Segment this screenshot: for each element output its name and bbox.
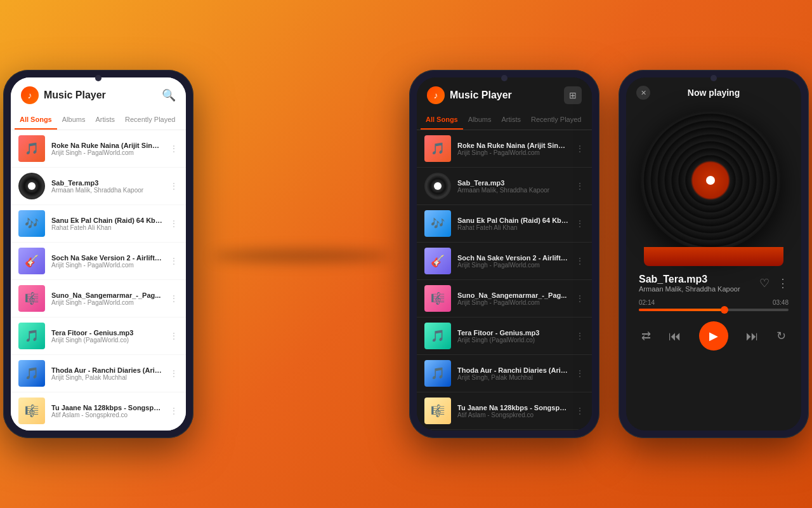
tab-artists-2[interactable]: Artists — [496, 110, 526, 130]
close-button[interactable]: ✕ — [636, 86, 650, 100]
dark-song-1[interactable]: 🎵 Roke Na Ruke Naina (Arijit Singh) ... … — [417, 130, 592, 168]
now-playing-info: Sab_Tera.mp3 Armaan Malik, Shraddha Kapo… — [626, 266, 801, 297]
tab-recently-played-1[interactable]: Recently Played — [120, 110, 181, 130]
dark-more-4[interactable]: ⋮ — [575, 256, 584, 266]
song-thumb-6: 🎵 — [18, 323, 45, 349]
dark-song-3[interactable]: 🎶 Sanu Ek Pal Chain (Raid) 64 Kbps... Ra… — [417, 205, 592, 243]
song-thumb-5: 🎼 — [18, 285, 45, 312]
dark-song-4[interactable]: 🎸 Soch Na Sake Version 2 - Airlift (A...… — [417, 243, 592, 280]
dark-thumb-2 — [424, 173, 451, 199]
phone1-header: ♪ Music Player 🔍 — [11, 77, 186, 110]
total-time: 03:48 — [773, 299, 789, 306]
dark-song-7[interactable]: 🎵 Thoda Aur - Ranchi Diaries (Arijit ...… — [417, 355, 592, 392]
song-info-6: Tera Fitoor - Genius.mp3 Arijit Singh (P… — [51, 329, 163, 344]
progress-bar[interactable] — [639, 309, 789, 311]
search-icon[interactable]: 🔍 — [162, 88, 176, 102]
like-icon[interactable]: ♡ — [759, 276, 769, 290]
song-item-8[interactable]: 🎼 Tu Jaane Na 128kbps - Songspkr... Atif… — [11, 392, 186, 430]
song-artist-2: Armaan Malik, Shraddha Kapoor — [51, 187, 163, 194]
song-item-6[interactable]: 🎵 Tera Fitoor - Genius.mp3 Arijit Singh … — [11, 318, 186, 355]
more-icon-1[interactable]: ⋮ — [169, 144, 178, 154]
tab-all-songs-2[interactable]: All Songs — [421, 110, 463, 130]
phone1-tabs: All Songs Albums Artists Recently Played — [11, 110, 186, 130]
dark-title-4: Soch Na Sake Version 2 - Airlift (A... — [457, 254, 569, 262]
more-icon-4[interactable]: ⋮ — [169, 256, 178, 266]
song-title-1: Roke Na Ruke Naina (Arijit Singh) ... — [51, 142, 163, 149]
song-title-7: Thoda Aur - Ranchi Diaries (Arijit ... — [51, 366, 163, 374]
dark-thumb-4: 🎸 — [424, 248, 451, 274]
dark-info-5: Suno_Na_Sangemarmar_-_Pag... Arijit Sing… — [457, 291, 569, 306]
song-item-7[interactable]: 🎵 Thoda Aur - Ranchi Diaries (Arijit ...… — [11, 355, 186, 392]
dark-more-8[interactable]: ⋮ — [575, 406, 584, 416]
more-icon-2[interactable]: ⋮ — [169, 181, 178, 191]
dark-thumb-7: 🎵 — [424, 360, 451, 387]
phone1-screen: ♪ Music Player 🔍 All Songs Albums Artist… — [11, 77, 186, 431]
tab-albums-2[interactable]: Albums — [463, 110, 497, 130]
tab-artists-1[interactable]: Artists — [90, 110, 120, 130]
dark-more-7[interactable]: ⋮ — [575, 368, 584, 378]
app-icon-2: ♪ — [427, 86, 445, 104]
dark-thumb-5: 🎼 — [424, 285, 451, 312]
tab-albums-1[interactable]: Albums — [57, 110, 91, 130]
shuffle-button[interactable]: ⇄ — [641, 329, 651, 343]
more-icon-5[interactable]: ⋮ — [169, 293, 178, 304]
dark-more-3[interactable]: ⋮ — [575, 218, 584, 229]
song-item-2[interactable]: Sab_Tera.mp3 Armaan Malik, Shraddha Kapo… — [11, 168, 186, 205]
dark-title-2: Sab_Tera.mp3 — [457, 179, 569, 187]
vinyl-record — [641, 110, 780, 250]
dark-info-1: Roke Na Ruke Naina (Arijit Singh) ... Ar… — [457, 142, 569, 156]
dark-artist-6: Arijit Singh (PagalWorld.co) — [457, 337, 569, 344]
phone2-header: ♪ Music Player ⊞ — [417, 77, 592, 110]
play-button[interactable]: ▶ — [699, 321, 728, 351]
phone-3: ✕ Now playing Sab_Tera.mp3 Armaan Malik,… — [619, 70, 809, 438]
dark-more-5[interactable]: ⋮ — [575, 293, 584, 304]
dark-song-6[interactable]: 🎵 Tera Fitoor - Genius.mp3 Arijit Singh … — [417, 318, 592, 355]
dark-more-1[interactable]: ⋮ — [575, 144, 584, 154]
more-icon-6[interactable]: ⋮ — [169, 331, 178, 341]
dark-song-9[interactable]: Uddharali_Koti_Kule_Bhima_Tuj... unknown… — [417, 430, 592, 431]
song-artist-3: Rahat Fateh Ali Khan — [51, 224, 163, 231]
song-title-2: Sab_Tera.mp3 — [51, 179, 163, 187]
more-icon-3[interactable]: ⋮ — [169, 218, 178, 229]
more-icon-7[interactable]: ⋮ — [169, 368, 178, 378]
np-song-title: Sab_Tera.mp3 — [639, 274, 740, 285]
dark-thumb-8: 🎼 — [424, 398, 451, 424]
dark-info-6: Tera Fitoor - Genius.mp3 Arijit Singh (P… — [457, 329, 569, 344]
dark-artist-5: Arijit Singh - PagalWorld.com — [457, 299, 569, 306]
dark-song-8[interactable]: 🎼 Tu Jaane Na 128kbps - Songspkr... Atif… — [417, 392, 592, 430]
next-button[interactable]: ⏭ — [746, 329, 759, 344]
grid-icon[interactable]: ⊞ — [564, 86, 582, 104]
song-item-3[interactable]: 🎶 Sanu Ek Pal Chain (Raid) 64 Kbps... Ra… — [11, 205, 186, 243]
now-playing-title: Now playing — [688, 88, 740, 98]
dark-title-5: Suno_Na_Sangemarmar_-_Pag... — [457, 291, 569, 299]
vinyl-base — [644, 247, 783, 266]
song-item-4[interactable]: 🎸 Soch Na Sake Version 2 - Airlift (A...… — [11, 243, 186, 280]
song-item-1[interactable]: 🎵 Roke Na Ruke Naina (Arijit Singh) ... … — [11, 130, 186, 168]
dark-thumb-1: 🎵 — [424, 135, 451, 162]
progress-dot[interactable] — [721, 306, 728, 314]
more-icon-8[interactable]: ⋮ — [169, 406, 178, 416]
repeat-button[interactable]: ↻ — [776, 329, 786, 343]
song-item-9[interactable]: Uddharali_Koti_Kule_Bhima_Tuj... unknown… — [11, 430, 186, 431]
dark-song-2[interactable]: Sab_Tera.mp3 Armaan Malik, Shraddha Kapo… — [417, 168, 592, 205]
dark-info-3: Sanu Ek Pal Chain (Raid) 64 Kbps... Raha… — [457, 217, 569, 231]
more-options-icon[interactable]: ⋮ — [777, 276, 789, 290]
song-info-4: Soch Na Sake Version 2 - Airlift (A... A… — [51, 254, 163, 269]
tab-all-songs-1[interactable]: All Songs — [15, 110, 57, 130]
dark-artist-4: Arijit Singh - PagalWorld.com — [457, 262, 569, 269]
dark-info-4: Soch Na Sake Version 2 - Airlift (A... A… — [457, 254, 569, 269]
tab-recently-played-2[interactable]: Recently Played — [526, 110, 587, 130]
phone3-screen: ✕ Now playing Sab_Tera.mp3 Armaan Malik,… — [626, 77, 801, 431]
progress-section: 02:14 03:48 — [626, 297, 801, 316]
prev-button[interactable]: ⏮ — [669, 329, 681, 344]
music-note-icon-2: ♪ — [434, 90, 438, 100]
song-info-8: Tu Jaane Na 128kbps - Songspkr... Atif A… — [51, 404, 163, 418]
song-item-5[interactable]: 🎼 Suno_Na_Sangemarmar_-_Pag... Arijit Si… — [11, 280, 186, 318]
song-info-3: Sanu Ek Pal Chain (Raid) 64 Kbps... Raha… — [51, 217, 163, 231]
dark-song-5[interactable]: 🎼 Suno_Na_Sangemarmar_-_Pag... Arijit Si… — [417, 280, 592, 318]
song-thumb-2 — [18, 173, 45, 199]
time-row: 02:14 03:48 — [639, 299, 789, 306]
dark-more-2[interactable]: ⋮ — [575, 181, 584, 191]
dark-more-6[interactable]: ⋮ — [575, 331, 584, 341]
vinyl-container — [626, 104, 801, 266]
